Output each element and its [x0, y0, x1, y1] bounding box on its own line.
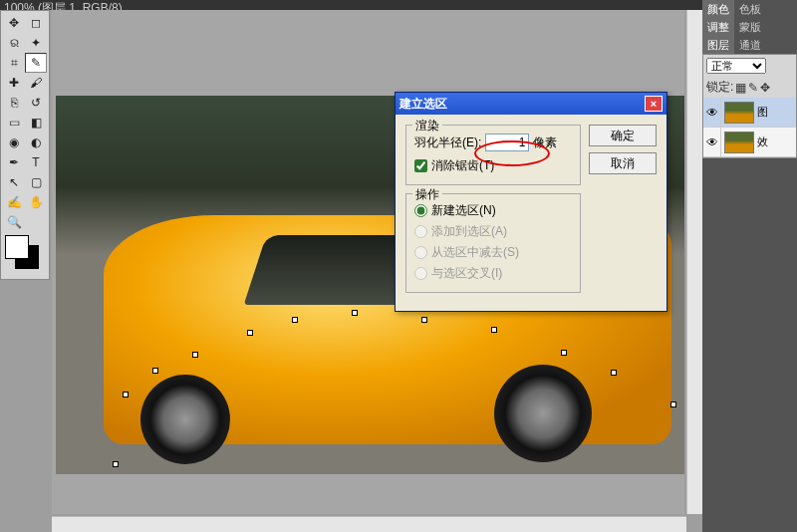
color-tabs: 颜色 色板 — [702, 0, 797, 18]
vertical-scrollbar[interactable] — [686, 10, 702, 514]
path-anchor[interactable] — [123, 392, 129, 398]
tab-adjust[interactable]: 调整 — [702, 18, 734, 36]
lasso-tool[interactable]: ର — [3, 33, 25, 53]
path-anchor[interactable] — [352, 310, 358, 316]
cancel-button[interactable]: 取消 — [589, 152, 657, 174]
heal-tool[interactable]: ✚ — [3, 73, 25, 93]
render-legend: 渲染 — [412, 118, 442, 134]
op-new-label: 新建选区(N) — [431, 202, 496, 219]
feather-input[interactable] — [485, 133, 529, 151]
layer-row[interactable]: 👁效 — [703, 128, 796, 157]
op-add-label: 添加到选区(A) — [431, 223, 507, 240]
tab-swatches[interactable]: 色板 — [734, 0, 766, 18]
lock-position-icon[interactable]: ✥ — [760, 81, 770, 95]
path-anchor[interactable] — [292, 317, 298, 323]
path-tool[interactable]: ↖ — [3, 172, 25, 192]
history-tool[interactable]: ↺ — [25, 93, 47, 113]
layer-name: 图 — [757, 105, 796, 120]
antialias-label: 消除锯齿(T) — [431, 157, 494, 174]
path-anchor[interactable] — [113, 461, 119, 467]
op-new-radio[interactable] — [414, 204, 427, 217]
close-icon[interactable]: × — [645, 96, 663, 112]
op-sub-radio — [414, 246, 427, 259]
path-anchor[interactable] — [561, 350, 567, 356]
horizontal-scrollbar[interactable] — [52, 516, 686, 532]
brush-tool[interactable]: 🖌 — [25, 73, 47, 93]
layer-row[interactable]: 👁图 — [703, 98, 796, 128]
wand-tool[interactable]: ✦ — [25, 33, 47, 53]
type-tool[interactable]: T — [25, 152, 47, 172]
adjust-tabs: 调整 蒙版 — [702, 18, 797, 36]
gradient-tool[interactable]: ◧ — [25, 113, 47, 133]
tab-channels[interactable]: 通道 — [734, 36, 766, 54]
empty-tool — [25, 212, 47, 232]
blend-mode-select[interactable]: 正常 — [706, 58, 766, 74]
operation-legend: 操作 — [412, 186, 442, 203]
eyedrop-tool[interactable]: ✎ — [25, 53, 47, 73]
note-tool[interactable]: ✍ — [3, 192, 25, 212]
layer-name: 效 — [757, 134, 796, 149]
dodge-tool[interactable]: ◐ — [25, 133, 47, 152]
antialias-checkbox[interactable] — [414, 159, 427, 172]
make-selection-dialog: 建立选区 × 渲染 羽化半径(E): 像素 消除锯齿(T) 操作 — [395, 92, 667, 312]
path-anchor[interactable] — [611, 370, 617, 376]
dialog-title: 建立选区 — [399, 96, 645, 113]
path-anchor[interactable] — [152, 368, 158, 374]
path-anchor[interactable] — [491, 327, 497, 333]
blur-tool[interactable]: ◉ — [3, 133, 25, 152]
render-group: 渲染 羽化半径(E): 像素 消除锯齿(T) — [405, 125, 581, 185]
shape-tool[interactable]: ▢ — [25, 172, 47, 192]
right-panels: 颜色 色板 调整 蒙版 图层 通道 正常 锁定: ▦ ✎ ✥ 👁图👁效 — [702, 0, 797, 532]
layer-thumbnail — [724, 102, 754, 124]
lock-label: 锁定: — [706, 79, 733, 96]
path-anchor[interactable] — [247, 330, 253, 336]
layer-thumbnail — [724, 132, 754, 153]
lock-pixels-icon[interactable]: ✎ — [748, 81, 758, 95]
path-anchor[interactable] — [192, 352, 198, 358]
path-anchor[interactable] — [421, 317, 427, 323]
eraser-tool[interactable]: ▭ — [3, 113, 25, 133]
marquee-tool[interactable]: ◻ — [25, 13, 47, 33]
document-info: 100% (图层 1, RGB/8) — [4, 1, 123, 10]
toolbox: ✥◻ର✦⌗✎✚🖌⎘↺▭◧◉◐✒T↖▢✍✋🔍 — [0, 10, 50, 280]
pen-tool[interactable]: ✒ — [3, 152, 25, 172]
layer-list: 👁图👁效 — [703, 98, 796, 157]
tab-color[interactable]: 颜色 — [702, 0, 734, 18]
hand-tool[interactable]: ✋ — [25, 192, 47, 212]
crop-tool[interactable]: ⌗ — [3, 53, 25, 73]
layers-tabs: 图层 通道 — [702, 36, 797, 54]
foreground-swatch[interactable] — [5, 235, 29, 259]
operation-group: 操作 新建选区(N) 添加到选区(A) 从选区中减去(S) 与选区交叉(I) — [405, 193, 581, 293]
feather-unit: 像素 — [533, 134, 557, 151]
path-anchor[interactable] — [670, 401, 676, 407]
op-int-label: 与选区交叉(I) — [431, 265, 502, 282]
visibility-icon[interactable]: 👁 — [703, 98, 721, 127]
op-int-radio — [414, 267, 427, 280]
stamp-tool[interactable]: ⎘ — [3, 93, 25, 113]
zoom-tool[interactable]: 🔍 — [3, 212, 25, 232]
tab-layers[interactable]: 图层 — [702, 36, 734, 54]
op-sub-label: 从选区中减去(S) — [431, 244, 519, 261]
ok-button[interactable]: 确定 — [589, 125, 657, 146]
move-tool[interactable]: ✥ — [3, 13, 25, 33]
dialog-titlebar[interactable]: 建立选区 × — [396, 93, 666, 115]
op-add-radio — [414, 225, 427, 238]
tab-mask[interactable]: 蒙版 — [734, 18, 766, 36]
visibility-icon[interactable]: 👁 — [703, 128, 721, 156]
lock-transparency-icon[interactable]: ▦ — [735, 81, 746, 95]
feather-label: 羽化半径(E): — [414, 134, 481, 151]
